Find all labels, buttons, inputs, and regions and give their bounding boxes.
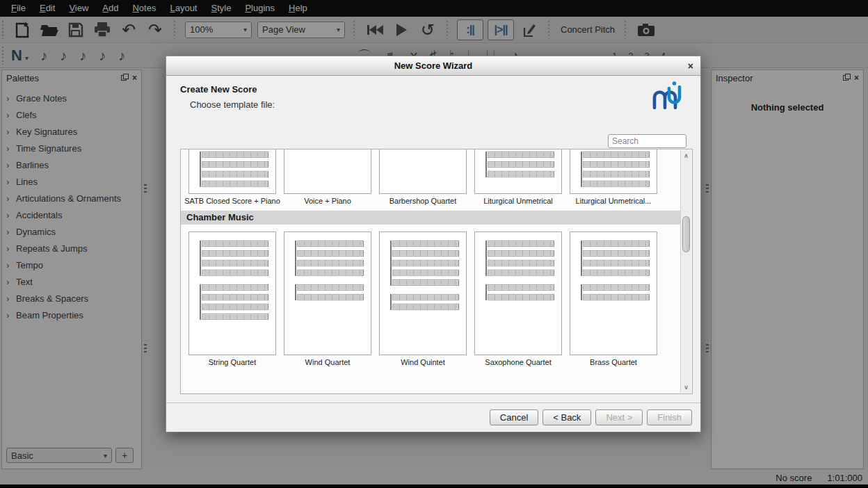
thumbnail-staff xyxy=(583,260,650,266)
thumbnail-staff xyxy=(488,294,554,300)
thumbnail-staff xyxy=(297,294,364,300)
template-label: Saxophone Quartet xyxy=(485,358,551,366)
thumbnail-staff xyxy=(202,270,268,276)
template-label: Wind Quintet xyxy=(401,358,445,366)
thumbnail-system xyxy=(200,284,268,320)
thumbnail-staff xyxy=(488,171,554,177)
scroll-down-icon[interactable]: ∨ xyxy=(681,382,691,393)
thumbnail-staff xyxy=(202,284,268,291)
thumbnail-staff xyxy=(297,250,364,257)
thumbnail-staff xyxy=(202,161,268,168)
template-thumbnail xyxy=(284,231,371,355)
template-card-barbershop-quartet[interactable]: Barbershop Quartet xyxy=(378,149,468,205)
template-thumbnail xyxy=(188,231,276,355)
thumbnail-system xyxy=(581,284,650,300)
thumbnail-staff xyxy=(488,270,554,276)
thumbnail-staff xyxy=(202,314,268,320)
template-thumbnail xyxy=(379,231,467,355)
next-button: Next > xyxy=(595,409,643,425)
template-row: SATB Closed Score + PianoVoice + PianoBa… xyxy=(181,149,681,205)
template-card-brass-quartet[interactable]: Brass Quartet xyxy=(568,231,659,366)
thumbnail-system xyxy=(295,241,364,276)
musescore-logo xyxy=(650,80,682,111)
template-label: SATB Closed Score + Piano xyxy=(184,197,280,205)
thumbnail-staff xyxy=(392,260,459,266)
thumbnail-system xyxy=(485,152,554,177)
template-card-satb-closed-score-piano[interactable]: SATB Closed Score + Piano xyxy=(187,149,278,205)
thumbnail-staff xyxy=(202,304,268,310)
template-thumbnail xyxy=(379,149,467,194)
template-card-string-quartet[interactable]: String Quartet xyxy=(187,231,278,366)
thumbnail-staff xyxy=(202,241,268,247)
thumbnail-staff xyxy=(583,171,650,177)
thumbnail-system xyxy=(390,241,459,286)
template-card-liturgical-unmetrical[interactable]: Liturgical Unmetrical xyxy=(473,149,563,205)
template-thumbnail xyxy=(284,149,371,194)
template-label: Voice + Piano xyxy=(304,197,351,205)
back-button[interactable]: < Back xyxy=(542,409,591,425)
dialog-title: New Score Wizard xyxy=(166,60,700,71)
thumbnail-staff xyxy=(202,181,268,187)
search-input[interactable] xyxy=(608,134,686,148)
finish-button: Finish xyxy=(647,409,692,425)
thumbnail-staff xyxy=(488,284,554,291)
thumbnail-staff xyxy=(202,260,268,266)
template-card-wind-quartet[interactable]: Wind Quartet xyxy=(282,231,373,366)
cancel-button[interactable]: Cancel xyxy=(490,409,538,425)
template-thumbnail xyxy=(188,149,276,194)
template-thumbnail xyxy=(474,231,562,355)
thumbnail-staff xyxy=(583,284,650,291)
thumbnail-staff xyxy=(392,241,459,247)
thumbnail-staff xyxy=(392,250,459,257)
thumbnail-staff xyxy=(488,161,554,168)
thumbnail-staff xyxy=(202,294,268,300)
dialog-titlebar[interactable]: New Score Wizard × xyxy=(166,56,700,76)
template-label: Wind Quartet xyxy=(305,358,351,366)
dialog-subheading: Choose template file: xyxy=(190,99,275,110)
section-header-chamber-music: Chamber Music xyxy=(181,211,681,225)
template-label: Barbershop Quartet xyxy=(389,197,457,205)
template-card-saxophone-quartet[interactable]: Saxophone Quartet xyxy=(473,231,563,366)
template-label: String Quartet xyxy=(209,358,256,366)
thumbnail-staff xyxy=(583,161,650,168)
template-list: SATB Closed Score + PianoVoice + PianoBa… xyxy=(180,149,693,394)
thumbnail-staff xyxy=(583,294,650,300)
musescore-window: FileEditViewAddNotesLayoutStylePluginsHe… xyxy=(0,0,868,488)
thumbnail-staff xyxy=(392,294,459,300)
thumbnail-staff xyxy=(488,241,554,247)
dialog-close-button[interactable]: × xyxy=(688,56,693,76)
template-thumbnail xyxy=(570,149,657,194)
template-list-content: SATB Closed Score + PianoVoice + PianoBa… xyxy=(181,149,681,366)
thumbnail-staff xyxy=(392,279,459,286)
thumbnail-staff xyxy=(392,270,459,276)
template-row: String QuartetWind QuartetWind QuintetSa… xyxy=(181,231,681,366)
thumbnail-staff xyxy=(297,270,364,276)
thumbnail-staff xyxy=(392,304,459,310)
thumbnail-system xyxy=(485,241,554,276)
dialog-footer: Cancel< BackNext >Finish xyxy=(166,402,700,432)
template-card-wind-quintet[interactable]: Wind Quintet xyxy=(378,231,468,366)
thumbnail-system xyxy=(581,241,650,276)
template-card-liturgical-unmetrical[interactable]: Liturgical Unmetrical... xyxy=(568,149,659,205)
thumbnail-staff xyxy=(202,250,268,257)
thumbnail-staff xyxy=(297,260,364,266)
thumbnail-staff xyxy=(488,260,554,266)
thumbnail-system xyxy=(295,284,364,300)
template-label: Brass Quartet xyxy=(590,358,637,366)
thumbnail-staff xyxy=(297,241,364,247)
thumbnail-staff xyxy=(488,250,554,257)
scrollbar-thumb[interactable] xyxy=(682,216,690,252)
thumbnail-system xyxy=(390,294,459,310)
template-thumbnail xyxy=(474,149,562,194)
template-list-scrollbar[interactable]: ∧ ∨ xyxy=(680,150,691,393)
thumbnail-staff xyxy=(202,171,268,177)
thumbnail-system xyxy=(485,284,554,300)
thumbnail-staff xyxy=(583,270,650,276)
template-thumbnail xyxy=(570,231,657,355)
thumbnail-system xyxy=(200,241,268,276)
scroll-up-icon[interactable]: ∧ xyxy=(681,150,691,161)
template-label: Liturgical Unmetrical... xyxy=(576,197,652,205)
thumbnail-staff xyxy=(583,250,650,257)
template-card-voice-piano[interactable]: Voice + Piano xyxy=(282,149,373,205)
template-label: Liturgical Unmetrical xyxy=(483,197,553,205)
